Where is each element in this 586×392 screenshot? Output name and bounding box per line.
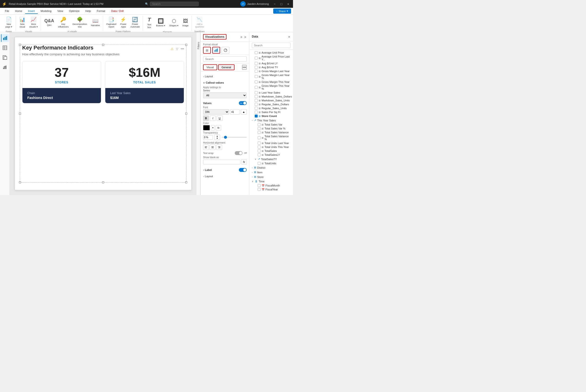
minimize-button[interactable]: −	[272, 2, 278, 6]
transparency-slider[interactable]	[222, 137, 247, 138]
checkbox-last-year-sales[interactable]	[255, 91, 258, 94]
data-item-markdown-dollars[interactable]: ⊞ Markdown_Sales_Dollars	[249, 94, 293, 98]
bold-button[interactable]: B	[203, 116, 209, 121]
warning-button[interactable]: ⚠	[170, 46, 174, 51]
tab-file[interactable]: File	[2, 8, 12, 14]
data-group-item[interactable]: › ⊞ Item	[249, 170, 293, 174]
tab-optimize[interactable]: Optimize	[66, 8, 82, 14]
handle-middle-right[interactable]	[185, 113, 187, 114]
italic-button[interactable]: I	[210, 116, 216, 121]
data-group-time[interactable]: ∨ 🗓 Time	[249, 179, 293, 184]
data-item-regular-units[interactable]: ⊞ Regular_Sales_Units	[249, 106, 293, 110]
data-item-total-sales-var-pct[interactable]: ⊞ Total Sales Var %	[249, 126, 293, 130]
data-item-total-sales-variance-pct[interactable]: ⊞ Total Sales Variance %	[249, 134, 293, 141]
checkbox-gross-margin-ty[interactable]	[255, 80, 258, 83]
sidebar-icon-table[interactable]	[1, 44, 9, 52]
checkbox-regular-units[interactable]	[255, 107, 258, 110]
data-item-gross-margin-ty[interactable]: ⊞ Gross Margin This Year	[249, 80, 293, 84]
tab-modeling[interactable]: Modeling	[38, 8, 54, 14]
data-item-regular-dollars[interactable]: ⊞ Regular_Sales_Dollars	[249, 102, 293, 106]
checkbox-avg-unit-price-ly[interactable]	[255, 56, 258, 60]
data-item-avg-unit-price-ly[interactable]: ⊞ Average Unit Price Last Y...	[249, 54, 293, 62]
data-item-sales-per-sqft[interactable]: ⊞ Sales Per Sq Ft	[249, 110, 293, 114]
viz-expand-button[interactable]: «	[240, 34, 243, 39]
format-icon-chart[interactable]	[212, 47, 220, 54]
data-item-fiscal-month[interactable]: 📅 FiscalMonth	[249, 184, 293, 188]
data-search-input[interactable]	[252, 43, 290, 48]
close-button[interactable]: ×	[285, 2, 291, 6]
label-toggle[interactable]	[239, 168, 247, 172]
values-toggle[interactable]: On	[239, 101, 247, 105]
label-section-row[interactable]: › Label	[203, 166, 247, 173]
data-item-gross-margin-ty-pct[interactable]: ⊞ Gross Margin This Year %	[249, 84, 293, 91]
filters-label[interactable]: Filters	[197, 42, 200, 49]
tab-view[interactable]: View	[54, 8, 66, 14]
font-size-up-button[interactable]: ▲	[241, 109, 247, 114]
viz-search-input[interactable]	[203, 56, 247, 62]
data-item-fiscal-year[interactable]: 📅 FiscalYear	[249, 188, 293, 191]
checkbox-markdown-dollars[interactable]	[255, 95, 258, 98]
checkbox-regular-dollars[interactable]	[255, 103, 258, 106]
font-select[interactable]: DIN	[203, 109, 229, 114]
tab-format[interactable]: Format	[94, 8, 108, 14]
buttons-button[interactable]: 🔲 Buttons ▾	[154, 17, 167, 28]
callout-values-header[interactable]: ∨ Callout values	[203, 80, 247, 85]
transparency-input[interactable]	[203, 135, 213, 140]
text-box-button[interactable]: T Textbox	[145, 16, 154, 30]
maximize-button[interactable]: □	[278, 2, 284, 6]
transparency-spin-button[interactable]: ▲▼	[214, 134, 220, 140]
underline-button[interactable]: U	[217, 116, 222, 121]
shapes-button[interactable]: ⬡ Shapes ▾	[168, 17, 180, 28]
qa-button[interactable]: Q&A Q&A	[43, 17, 56, 28]
data-item-gross-margin-ly[interactable]: ⊞ Gross Margin Last Year	[249, 69, 293, 73]
data-item-avg-unit-ly[interactable]: ⊞ Avg $/Unit LY	[249, 62, 293, 65]
format-icon-analytics[interactable]	[222, 47, 230, 54]
font-size-input[interactable]	[230, 109, 240, 114]
data-item-last-year-sales[interactable]: ⊞ Last Year Sales	[249, 91, 293, 94]
align-left-button[interactable]	[203, 144, 209, 150]
blank-fx-button[interactable]: fx	[241, 159, 247, 164]
handle-bottom-right[interactable]	[185, 181, 187, 183]
series-select[interactable]: All	[203, 92, 247, 98]
tab-data-drill[interactable]: Data / Drill	[108, 8, 126, 14]
viz-expand-right-button[interactable]: »	[244, 34, 247, 39]
add-sparkline-button[interactable]: 📉 Add asparkline	[194, 16, 205, 29]
more-options-button[interactable]: •••	[180, 46, 184, 51]
checkbox-avg-unit-ly[interactable]	[255, 62, 258, 65]
data-group-totalsalesty[interactable]: ∨ ↗ TotalSalesTY	[249, 157, 293, 162]
data-item-avg-unit-price[interactable]: ⊞ Average Unit Price	[249, 51, 293, 54]
narrative-button[interactable]: 📖 Narrative	[90, 17, 102, 28]
data-item-totalsales[interactable]: ⊞ TotalSales	[249, 149, 293, 153]
tab-help[interactable]: Help	[82, 8, 94, 14]
data-item-total-units-ly[interactable]: ⊞ Total Units Last Year	[249, 141, 293, 145]
decomposition-tree-button[interactable]: 🌳 Decompositiontree	[71, 16, 89, 29]
checkbox-gross-margin-ly-pct[interactable]	[255, 75, 258, 78]
layout-bottom-section[interactable]: › Layout	[203, 173, 247, 179]
data-group-store[interactable]: › ⊞ Store	[249, 174, 293, 179]
data-item-total-units-ty[interactable]: ⊞ Total Units This Year	[249, 145, 293, 149]
color-swatch[interactable]	[203, 125, 210, 130]
data-item-gross-margin-ly-pct[interactable]: ⊞ Gross Margin Last Year %	[249, 73, 293, 80]
color-fx-button[interactable]: fx	[216, 125, 221, 130]
more-visuals-button[interactable]: 📈 Morevisuals ▾	[28, 16, 39, 29]
checkbox-gross-margin-ly[interactable]	[255, 70, 258, 73]
data-group-district[interactable]: › ⊞ District	[249, 165, 293, 170]
data-item-avg-unit-ty[interactable]: ⊞ Avg $/Unit TY	[249, 65, 293, 69]
handle-bottom-center[interactable]	[102, 181, 104, 183]
data-item-totalunits[interactable]: ⊞ TotalUnits	[249, 162, 293, 165]
data-item-totalsalesly[interactable]: ⊞ TotalSalesLY	[249, 153, 293, 157]
viz-more-button[interactable]: •••	[242, 65, 247, 70]
checkbox-avg-unit-ty[interactable]	[255, 66, 258, 69]
new-visual-button[interactable]: 📊 Newvisual	[18, 16, 27, 29]
text-wrap-toggle[interactable]	[235, 151, 242, 155]
handle-bottom-left[interactable]	[19, 181, 21, 183]
color-dropdown-button[interactable]: ▾	[211, 125, 215, 130]
checkbox-gross-margin-ty-pct[interactable]	[255, 86, 258, 89]
key-influencers-button[interactable]: 🔑 Keyinfluencers	[56, 16, 70, 29]
layout-section[interactable]: › Layout	[203, 74, 247, 79]
align-center-button[interactable]	[210, 144, 216, 150]
checkbox-store-count[interactable]	[255, 114, 258, 118]
data-group-this-year-sales[interactable]: › ↗ This Year Sales	[249, 118, 293, 122]
checkbox-sales-per-sqft[interactable]	[255, 111, 258, 114]
format-icon-table[interactable]: ⊞	[203, 47, 211, 54]
